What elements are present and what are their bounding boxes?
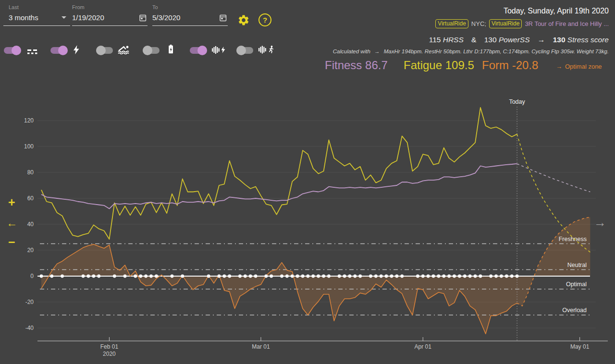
activity-dot[interactable] — [327, 275, 331, 278]
activity-dot[interactable] — [264, 275, 268, 278]
activity-dot[interactable] — [353, 275, 357, 278]
activity-dot[interactable] — [432, 275, 435, 278]
activity-dot[interactable] — [61, 275, 64, 278]
activity-dot[interactable] — [505, 275, 508, 278]
activity-dot[interactable] — [453, 275, 456, 278]
activity-type-badge[interactable]: VirtualRide — [489, 19, 522, 28]
toggle-thumb — [236, 46, 246, 55]
activity-dot[interactable] — [207, 275, 210, 278]
activity-type-badge[interactable]: VirtualRide — [435, 19, 468, 28]
activity-dot[interactable] — [468, 275, 472, 278]
activity-dot[interactable] — [228, 275, 231, 278]
activity-dot[interactable] — [400, 275, 404, 278]
toggle-thumb — [58, 46, 68, 55]
activity-dot[interactable] — [369, 275, 372, 278]
activity-dot[interactable] — [238, 275, 242, 278]
activity-dot[interactable] — [416, 275, 419, 278]
toggle-power-stress[interactable] — [50, 46, 69, 55]
activity-dot[interactable] — [244, 275, 247, 278]
activity-dot[interactable] — [479, 275, 482, 278]
calendar-icon[interactable] — [139, 14, 147, 22]
activity-dot[interactable] — [510, 275, 514, 278]
zoom-out-button[interactable]: − — [8, 236, 15, 248]
activity-dot[interactable] — [421, 275, 425, 278]
activity-dot[interactable] — [296, 275, 299, 278]
activity-dot[interactable] — [385, 275, 388, 278]
help-button[interactable]: ? — [258, 13, 271, 26]
activity-dot[interactable] — [139, 275, 142, 278]
activity-dot[interactable] — [500, 275, 503, 278]
activity-dot[interactable] — [222, 275, 226, 278]
y-tick-label: 20 — [27, 247, 34, 254]
activity-dot[interactable] — [40, 275, 43, 278]
activity-dot[interactable] — [123, 275, 127, 278]
to-date-value: 5/3/2020 — [152, 13, 180, 22]
toggle-swim-stress[interactable] — [96, 46, 114, 55]
activity-dot[interactable] — [494, 275, 498, 278]
activity-dot[interactable] — [181, 275, 184, 278]
toggle-thumb — [96, 46, 106, 55]
activity-dot[interactable] — [463, 275, 467, 278]
activity-dot[interactable] — [458, 275, 461, 278]
activity-dot[interactable] — [134, 275, 137, 278]
activity-dot[interactable] — [317, 275, 320, 278]
activity-dot[interactable] — [171, 275, 174, 278]
pan-left-button[interactable]: ← — [6, 218, 17, 229]
settings-button[interactable] — [237, 14, 250, 28]
activity-dot[interactable] — [301, 275, 305, 278]
activity-name[interactable]: 3R Tour of Fire and Ice Hilly ... — [525, 20, 609, 27]
activity-dot[interactable] — [447, 275, 451, 278]
zoom-in-button[interactable]: + — [8, 196, 15, 208]
activity-dot[interactable] — [97, 275, 100, 278]
activity-dot[interactable] — [291, 275, 294, 278]
activity-dot[interactable] — [270, 275, 273, 278]
activity-name[interactable]: NYC; — [471, 20, 486, 27]
activity-dot[interactable] — [285, 275, 289, 278]
activity-dot[interactable] — [395, 275, 398, 278]
activity-dot[interactable] — [380, 275, 383, 278]
activity-dot[interactable] — [343, 275, 346, 278]
activity-dot[interactable] — [437, 275, 440, 278]
pan-right-button[interactable]: → — [594, 215, 606, 230]
period-select[interactable]: Last 3 months — [3, 4, 70, 26]
activity-dot[interactable] — [87, 275, 90, 278]
from-date-label: From — [72, 4, 148, 10]
toggle-battery-stress[interactable] — [143, 46, 161, 55]
activity-dot[interactable] — [338, 275, 341, 278]
activity-dot[interactable] — [155, 275, 158, 278]
toggle-trend-lines[interactable] — [4, 46, 22, 55]
activity-dot[interactable] — [306, 275, 309, 278]
question-mark-icon: ? — [263, 16, 267, 24]
activity-dot[interactable] — [390, 275, 394, 278]
activity-dot[interactable] — [427, 275, 430, 278]
activity-dot[interactable] — [489, 275, 492, 278]
toggle-thumb — [143, 46, 152, 55]
fitness-trend-chart[interactable]: 120100806040200-20-40FreshnessNeutralOpt… — [0, 0, 615, 364]
activity-dot[interactable] — [92, 275, 95, 278]
activity-dot[interactable] — [516, 275, 519, 278]
calendar-icon[interactable] — [220, 14, 227, 22]
activity-dot[interactable] — [358, 275, 362, 278]
from-date-field[interactable]: From 1/19/2020 — [72, 4, 148, 26]
activity-dot[interactable] — [280, 275, 283, 278]
toggle-heart-rate-stress[interactable] — [190, 46, 208, 55]
activity-dot[interactable] — [254, 275, 258, 278]
activity-dot[interactable] — [348, 275, 352, 278]
toggle-running-stress[interactable] — [236, 46, 255, 55]
activity-dot[interactable] — [82, 275, 85, 278]
activity-dot[interactable] — [311, 275, 315, 278]
activity-dot[interactable] — [474, 275, 477, 278]
todays-activities: VirtualRide NYC; VirtualRide 3R Tour of … — [435, 19, 609, 28]
activity-dot[interactable] — [218, 275, 221, 278]
activity-dot[interactable] — [149, 275, 153, 278]
activity-dot[interactable] — [113, 275, 116, 278]
calculated-prefix: Calculated with — [333, 49, 370, 54]
activity-dot[interactable] — [144, 275, 148, 278]
to-date-field[interactable]: To 5/3/2020 — [152, 4, 228, 26]
activity-dot[interactable] — [50, 275, 53, 278]
activity-dot[interactable] — [442, 275, 445, 278]
activity-dot[interactable] — [322, 275, 325, 278]
activity-dot[interactable] — [374, 275, 378, 278]
activity-dot[interactable] — [249, 275, 252, 278]
x-tick-label: Mar 01 — [252, 343, 270, 350]
